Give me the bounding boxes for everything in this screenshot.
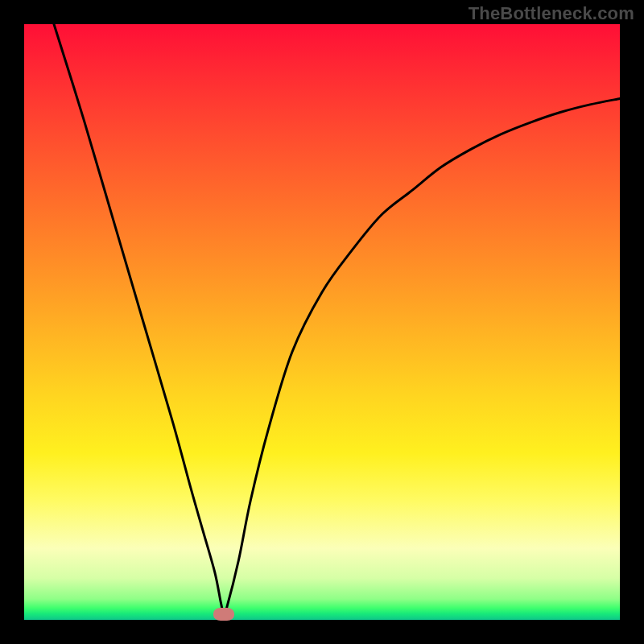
chart-frame: TheBottleneck.com	[0, 0, 644, 644]
watermark-text: TheBottleneck.com	[469, 3, 634, 24]
minimum-marker	[213, 608, 234, 621]
bottleneck-curve	[54, 24, 620, 615]
plot-area	[24, 24, 620, 620]
curve-svg	[24, 24, 620, 620]
